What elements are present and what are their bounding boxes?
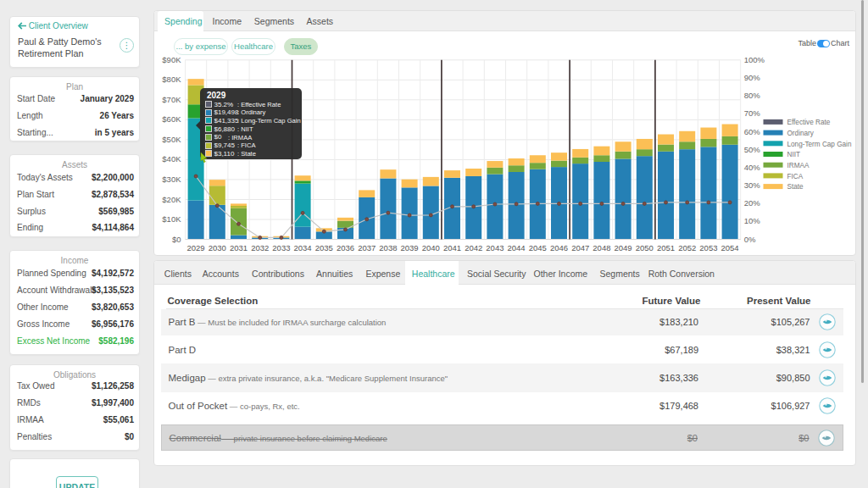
svg-text:2032: 2032	[251, 243, 269, 252]
svg-text:Effective Rate: Effective Rate	[787, 119, 830, 126]
svg-text:$50K: $50K	[162, 135, 181, 144]
svg-text:2042: 2042	[465, 243, 482, 252]
svg-text:2046: 2046	[549, 243, 567, 252]
svg-text:80%: 80%	[743, 91, 760, 100]
svg-text:State: State	[787, 183, 804, 191]
svg-text:90%: 90%	[743, 73, 760, 82]
svg-text:$80K: $80K	[162, 75, 181, 84]
svg-text:2044: 2044	[507, 243, 525, 252]
svg-text:50%: 50%	[743, 145, 760, 154]
svg-text:$90K: $90K	[162, 55, 181, 64]
svg-text:2049: 2049	[614, 243, 632, 252]
svg-text:2053: 2053	[699, 243, 717, 252]
svg-text:100%: 100%	[743, 55, 765, 64]
svg-text:Long-Term Cap Gain: Long-Term Cap Gain	[787, 141, 851, 148]
svg-text:0%: 0%	[743, 235, 755, 244]
svg-text:20%: 20%	[743, 198, 760, 208]
svg-text:60%: 60%	[743, 127, 760, 136]
svg-text:$70K: $70K	[162, 95, 181, 104]
svg-text:$30K: $30K	[162, 175, 181, 184]
svg-text:2040: 2040	[421, 243, 439, 252]
svg-text:2029: 2029	[186, 243, 204, 252]
svg-text:2034: 2034	[293, 243, 311, 252]
svg-text:10%: 10%	[743, 216, 760, 225]
svg-text:2036: 2036	[336, 243, 353, 252]
svg-text:40%: 40%	[743, 163, 760, 172]
svg-text:$10K: $10K	[162, 214, 181, 224]
svg-text:2031: 2031	[229, 243, 247, 252]
svg-text:2039: 2039	[400, 243, 418, 252]
svg-text:Ordinary: Ordinary	[787, 130, 814, 137]
svg-text:2052: 2052	[678, 243, 696, 252]
svg-text:NIIT: NIIT	[787, 151, 799, 158]
svg-text:2038: 2038	[379, 243, 397, 252]
svg-text:$60K: $60K	[162, 114, 181, 124]
svg-text:FICA: FICA	[787, 173, 803, 180]
svg-text:2050: 2050	[635, 243, 653, 252]
svg-text:2030: 2030	[208, 243, 225, 252]
svg-text:2051: 2051	[656, 243, 674, 252]
svg-text:2043: 2043	[486, 243, 504, 252]
svg-text:70%: 70%	[743, 108, 760, 118]
svg-text:$0: $0	[171, 235, 181, 244]
svg-text:2033: 2033	[272, 243, 290, 252]
svg-text:$20K: $20K	[162, 195, 181, 204]
svg-text:2035: 2035	[314, 243, 332, 252]
svg-text:IRMAA: IRMAA	[787, 162, 809, 169]
svg-text:2041: 2041	[442, 243, 460, 252]
svg-text:$40K: $40K	[162, 154, 181, 164]
svg-text:2045: 2045	[528, 243, 546, 252]
svg-text:2048: 2048	[593, 243, 610, 252]
svg-text:2047: 2047	[571, 243, 589, 252]
svg-text:2054: 2054	[721, 243, 738, 252]
svg-text:30%: 30%	[743, 180, 760, 190]
svg-text:2037: 2037	[358, 243, 376, 252]
